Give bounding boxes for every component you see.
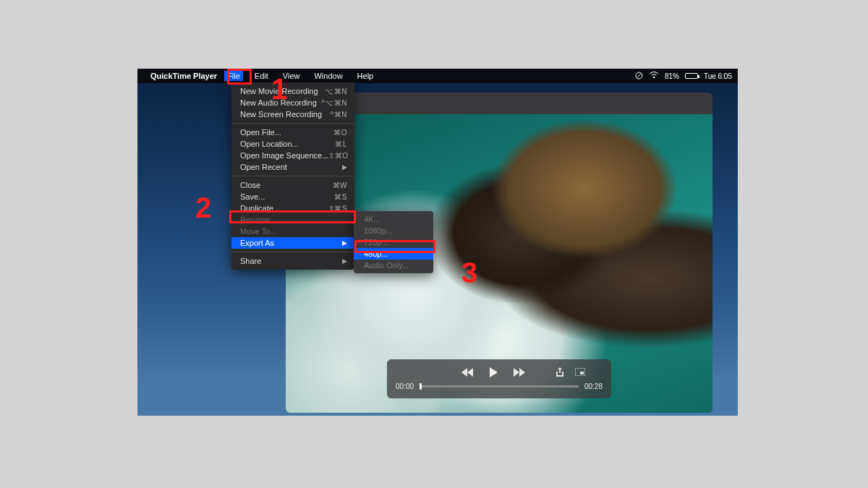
- menuitem-save[interactable]: Save...⌘S: [231, 191, 354, 202]
- pip-icon[interactable]: [574, 366, 587, 379]
- duration: 00:28: [584, 382, 603, 390]
- menubar: QuickTime Player File Edit View Window H…: [137, 69, 738, 83]
- menuitem-new-screen-recording[interactable]: New Screen Recording^⌘N: [231, 108, 354, 120]
- menuitem-export-as[interactable]: Export As▶: [231, 237, 354, 249]
- submenu-480p[interactable]: 480p...: [354, 248, 433, 260]
- menu-help[interactable]: Help: [354, 71, 377, 81]
- menu-file[interactable]: File: [224, 71, 243, 81]
- menuitem-move-to: Move To...: [231, 226, 354, 237]
- menuitem-close[interactable]: Close⌘W: [231, 179, 354, 191]
- menuitem-open-file[interactable]: Open File...⌘O: [231, 127, 354, 138]
- annotation-number-2: 2: [195, 192, 211, 224]
- menuitem-new-movie-recording[interactable]: New Movie Recording⌥⌘N: [231, 85, 354, 97]
- submenu-audio-only: Audio Only...: [354, 260, 433, 271]
- file-menu-dropdown: New Movie Recording⌥⌘N New Audio Recordi…: [231, 82, 354, 270]
- play-button[interactable]: [487, 366, 500, 379]
- share-icon[interactable]: [553, 366, 566, 379]
- svg-rect-1: [580, 372, 584, 374]
- app-name[interactable]: QuickTime Player: [150, 72, 217, 80]
- menuitem-share[interactable]: Share▶: [231, 255, 354, 267]
- svg-line-3: [637, 73, 641, 77]
- wifi-icon[interactable]: [649, 72, 659, 80]
- svg-point-4: [653, 77, 655, 78]
- screenshot-frame: 00:00 00:28 QuickTime Player File Edit V…: [137, 69, 738, 416]
- menuitem-open-image-sequence[interactable]: Open Image Sequence...⇧⌘O: [231, 150, 354, 161]
- menuitem-rename: Rename...: [231, 214, 354, 226]
- menu-window[interactable]: Window: [311, 71, 345, 81]
- submenu-1080p: 1080p...: [354, 225, 433, 236]
- playback-controls: 00:00 00:28: [387, 359, 611, 398]
- export-as-submenu: 4K... 1080p... 720p... 480p... Audio Onl…: [354, 211, 433, 273]
- menuitem-new-audio-recording[interactable]: New Audio Recording^⌥⌘N: [231, 97, 354, 108]
- forward-button[interactable]: [513, 366, 526, 379]
- menu-edit[interactable]: Edit: [252, 71, 271, 81]
- submenu-720p: 720p...: [354, 236, 433, 248]
- do-not-disturb-icon[interactable]: [635, 72, 643, 81]
- menuitem-duplicate[interactable]: Duplicate⇧⌘S: [231, 202, 354, 214]
- menuitem-open-location[interactable]: Open Location...⌘L: [231, 138, 354, 150]
- rewind-button[interactable]: [461, 366, 474, 379]
- battery-percent: 81%: [665, 72, 679, 80]
- menubar-clock: Tue 6:05: [704, 72, 732, 80]
- submenu-4k: 4K...: [354, 213, 433, 225]
- seek-bar[interactable]: [420, 385, 579, 388]
- current-time: 00:00: [396, 382, 414, 390]
- menu-view[interactable]: View: [280, 71, 303, 81]
- battery-icon[interactable]: [685, 73, 698, 79]
- menuitem-open-recent[interactable]: Open Recent▶: [231, 161, 354, 173]
